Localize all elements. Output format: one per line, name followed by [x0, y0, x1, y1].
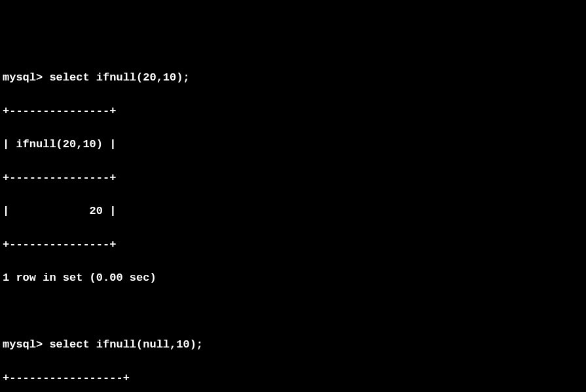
table-header: | ifnull(20,10) | — [3, 136, 583, 153]
mysql-prompt: mysql> — [3, 338, 49, 351]
table-border: +---------------+ — [3, 169, 583, 187]
blank-line — [3, 303, 583, 320]
mysql-prompt: mysql> — [3, 71, 49, 84]
table-border: +-----------------+ — [3, 370, 583, 387]
query-line-1[interactable]: mysql> select ifnull(20,10); — [3, 69, 583, 86]
table-border: +---------------+ — [3, 236, 583, 253]
sql-command: select ifnull(null,10); — [49, 338, 203, 351]
table-border: +---------------+ — [3, 103, 583, 120]
sql-command: select ifnull(20,10); — [49, 71, 189, 84]
status-line: 1 row in set (0.00 sec) — [3, 270, 583, 287]
query-line-2[interactable]: mysql> select ifnull(null,10); — [3, 336, 583, 353]
table-row: | 20 | — [3, 203, 583, 220]
